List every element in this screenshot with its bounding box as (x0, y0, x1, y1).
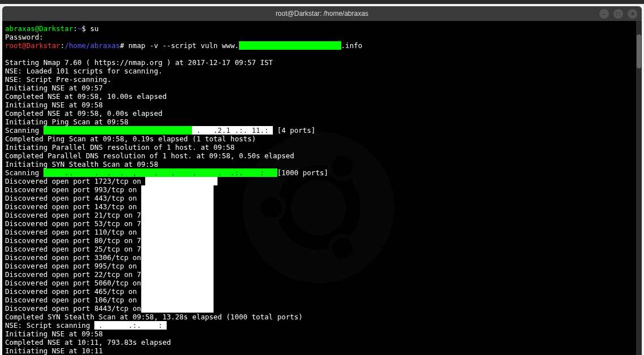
output-line: NSE: Loaded 101 scripts for scanning. (5, 67, 639, 75)
output-line: Scanning . .2.1 .:. 11.: [4 ports] (5, 126, 639, 135)
output-line: Discovered open port 465/tcp on (5, 287, 639, 296)
output-line: Initiating NSE at 09:58 (5, 101, 639, 109)
minimize-button[interactable]: – (599, 9, 609, 19)
output-line: Discovered open port 8443/tcp on (5, 304, 639, 313)
close-button[interactable]: ✕ (628, 9, 637, 19)
output-line: Discovered open port 443/tcp on (5, 194, 639, 202)
redacted-ip (141, 185, 214, 194)
output-line: Discovered open port 995/tcp on (5, 262, 639, 270)
output-line: Discovered open port 25/tcp on 7 (5, 245, 639, 253)
output-line: Discovered open port 80/tcp on 7 (5, 236, 639, 245)
output-line: Discovered open port 22/tcp on 7 (5, 270, 639, 279)
output-line: Discovered open port 5060/tcp on (5, 279, 639, 287)
redacted-host: .. . . . , . . . . .:. : (43, 168, 277, 177)
output-line: Completed NSE at 09:58, 0.00s elapsed (5, 109, 639, 118)
redacted-ip (141, 194, 214, 202)
window-controls: – □ ✕ (599, 9, 637, 19)
prompt-line-root: root@Darkstar:/home/abraxas# nmap -v --s… (5, 41, 639, 50)
password-line: Password: (5, 33, 639, 41)
redacted-ip (141, 287, 214, 296)
redacted-ip (145, 177, 217, 185)
output-line: Initiating NSE at 09:58 (5, 330, 639, 338)
output-line: Initiating NSE at 10:11 (5, 347, 639, 355)
terminal[interactable]: abraxas@Darkstar:~$ su Password: root@Da… (2, 21, 642, 355)
output-line: NSE: Script scanning . .:. : (5, 321, 639, 330)
desktop-top-panel (0, 0, 644, 4)
prompt-line-user: abraxas@Darkstar:~$ su (5, 24, 639, 33)
output-line: Completed Parallel DNS resolution of 1 h… (5, 151, 639, 160)
output-line: Completed NSE at 09:58, 10.00s elapsed (5, 92, 639, 101)
output-line: Starting Nmap 7.60 ( https://nmap.org ) … (5, 58, 639, 67)
maximize-button[interactable]: □ (613, 9, 623, 19)
output-line: Discovered open port 3306/tcp on (5, 253, 639, 262)
redacted-ip (141, 296, 214, 304)
redacted-ip (141, 304, 214, 313)
redacted-ip (141, 279, 214, 287)
window-titlebar: root@Darkstar: /home/abraxas – □ ✕ (2, 6, 642, 21)
redacted-ip (141, 270, 214, 279)
output-line: Discovered open port 21/tcp on 7 (5, 211, 639, 219)
output-line: Scanning .. . . . , . . . . .:. : [1000 … (5, 168, 639, 177)
output-line: Discovered open port 1723/tcp on (5, 177, 639, 185)
redacted-ip (141, 262, 214, 270)
output-line: Discovered open port 993/tcp on (5, 185, 639, 194)
redacted-ip (141, 202, 214, 211)
redacted-ip (141, 211, 214, 219)
output-line: Completed SYN Stealth Scan at 09:58, 13.… (5, 313, 639, 321)
output-line: Initiating SYN Stealth Scan at 09:58 (5, 160, 639, 168)
output-line: Discovered open port 143/tcp on (5, 202, 639, 211)
redacted-ip: . .2.1 .:. 11.: (192, 126, 273, 135)
output-line: Discovered open port 53/tcp on 7 (5, 219, 639, 228)
output-line: Completed Ping Scan at 09:58, 0.19s elap… (5, 135, 639, 143)
output-line: Initiating NSE at 09:57 (5, 84, 639, 92)
output-line: Completed NSE at 10:11, 793.83s elapsed (5, 338, 639, 347)
output-line: Discovered open port 110/tcp on (5, 228, 639, 236)
redacted-ip (141, 228, 214, 236)
redacted-ip (141, 236, 214, 245)
output-line: NSE: Script Pre-scanning. (5, 75, 639, 84)
redacted-ip: . .:. : (94, 321, 167, 330)
output-line: Initiating Ping Scan at 09:58 (5, 118, 639, 126)
output-line: Discovered open port 106/tcp on (5, 296, 639, 304)
redacted-ip (141, 253, 214, 262)
output-line: Initiating Parallel DNS resolution of 1 … (5, 143, 639, 151)
window-title: root@Darkstar: /home/abraxas (276, 10, 368, 18)
redacted-host (43, 126, 192, 135)
terminal-output: abraxas@Darkstar:~$ su Password: root@Da… (5, 24, 639, 355)
redacted-ip (141, 219, 214, 228)
redacted-ip (141, 245, 214, 253)
redacted-hostname (239, 41, 341, 50)
